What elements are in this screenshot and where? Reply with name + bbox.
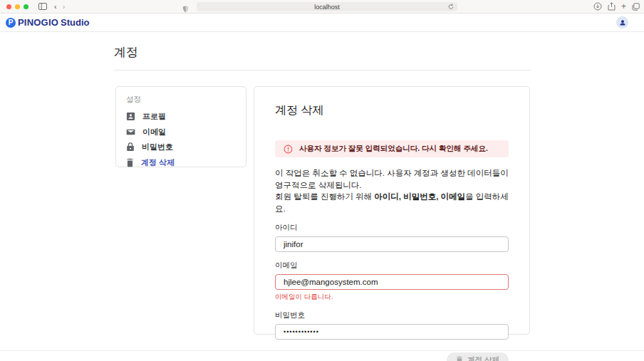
card-title: 계정 삭제 (275, 103, 509, 118)
address-bar[interactable]: localhost (197, 2, 457, 11)
downloads-icon[interactable] (593, 2, 602, 11)
forward-button[interactable]: › (63, 3, 66, 11)
mail-icon (126, 127, 135, 137)
reload-icon[interactable] (448, 4, 454, 11)
user-id-input[interactable] (275, 236, 509, 252)
window-controls (6, 4, 28, 9)
browser-chrome: ‹ › localhost + (0, 0, 644, 14)
back-button[interactable]: ‹ (54, 3, 57, 11)
user-id-label: 아이디 (275, 223, 509, 233)
trash-icon (126, 158, 134, 167)
settings-nav-card: 설정 프로필 이메일 비밀번호 계정 삭제 (115, 86, 246, 167)
button-row: 계정 삭제 (275, 352, 509, 361)
footer-divider (0, 350, 644, 351)
sidebar-item-email[interactable]: 이메일 (126, 125, 236, 140)
delete-account-button[interactable]: 계정 삭제 (447, 352, 509, 361)
logo-suffix: Studio (61, 17, 89, 28)
sidebar-item-delete-account[interactable]: 계정 삭제 (126, 155, 236, 171)
tab-overview-icon[interactable] (632, 3, 640, 11)
address-url: localhost (314, 4, 340, 11)
app-header: P PINOGIO Studio (0, 14, 644, 32)
sidebar-item-profile[interactable]: 프로필 (126, 109, 236, 125)
email-input[interactable] (275, 274, 509, 290)
minimize-window-button[interactable] (15, 4, 20, 9)
lock-icon (126, 142, 135, 152)
app-logo[interactable]: P PINOGIO Studio (6, 17, 89, 28)
sidebar-item-label: 비밀번호 (142, 142, 173, 152)
logo-p-icon: P (6, 18, 16, 28)
title-divider (114, 70, 531, 70)
description-line2: 회원 탈퇴를 진행하기 위해 아이디, 비밀번호, 이메일을 입력하세요. (275, 192, 509, 213)
zoom-window-button[interactable] (24, 4, 28, 9)
delete-account-card: 계정 삭제 사용자 정보가 잘못 입력되었습니다. 다시 확인해 주세요. 이 … (254, 86, 530, 335)
error-circle-icon (284, 145, 293, 154)
error-alert: 사용자 정보가 잘못 입력되었습니다. 다시 확인해 주세요. (275, 140, 509, 157)
close-window-button[interactable] (6, 4, 11, 9)
email-error-text: 이메일이 다릅니다. (275, 293, 509, 302)
error-alert-text: 사용자 정보가 잘못 입력되었습니다. 다시 확인해 주세요. (299, 144, 488, 154)
sidebar-toggle-icon[interactable] (38, 3, 47, 10)
password-label: 비밀번호 (275, 310, 509, 320)
sidebar-item-label: 계정 삭제 (141, 157, 175, 168)
email-label: 이메일 (275, 261, 509, 271)
delete-button-label: 계정 삭제 (467, 355, 499, 361)
sidebar-item-password[interactable]: 비밀번호 (126, 140, 236, 155)
person-icon (619, 19, 626, 26)
password-input[interactable] (275, 324, 509, 340)
description-text: 이 작업은 취소할 수 없습니다. 사용자 계정과 생성한 데이터들이 영구적으… (275, 167, 509, 214)
trash-icon (456, 356, 463, 361)
field-password: 비밀번호 (275, 310, 509, 340)
logo-name: PINOGIO (18, 17, 58, 28)
new-tab-icon[interactable]: + (621, 1, 626, 11)
profile-badge-icon (126, 112, 135, 121)
user-avatar-button[interactable] (616, 16, 628, 28)
sidebar-item-label: 이메일 (142, 127, 166, 137)
share-icon[interactable] (608, 2, 616, 11)
screen: ‹ › localhost + P PINOGIO (0, 0, 644, 361)
description-line1: 이 작업은 취소할 수 없습니다. 사용자 계정과 생성한 데이터들이 영구적으… (275, 169, 509, 189)
settings-section-label: 설정 (126, 95, 236, 105)
field-user-id: 아이디 (275, 223, 509, 252)
sidebar-item-label: 프로필 (142, 111, 166, 122)
page-title: 계정 (114, 44, 138, 61)
field-email: 이메일 이메일이 다릅니다. (275, 261, 509, 302)
